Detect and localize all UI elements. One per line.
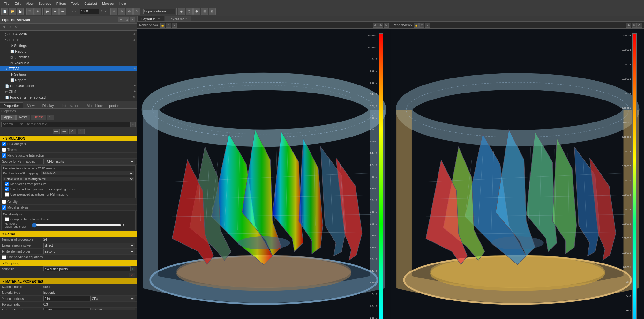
tree-item-quantities[interactable]: ◻ Quantities (0, 54, 137, 60)
tree-item-tcfd1[interactable]: ▷ TCFD1 👁 (0, 37, 137, 43)
map-forces-check[interactable] (5, 182, 9, 186)
section-solver[interactable]: ▼ Solver (0, 231, 137, 237)
nonlinear-check[interactable] (2, 255, 6, 259)
pipeline-min-btn[interactable]: − (118, 17, 124, 22)
fea-analysis-check[interactable] (2, 142, 6, 146)
nav-back-btn[interactable]: ⟵ (53, 129, 60, 134)
rv5-max-btn[interactable]: □ (419, 23, 424, 28)
section-simulation[interactable]: ▼ SIMULATION (0, 136, 137, 141)
rv4-tb3[interactable]: ⟳ (384, 23, 389, 28)
tree-item-gensurface[interactable]: ◻ GenerateSurfaceNormals1 👁 (0, 100, 137, 101)
render-tab-layout1[interactable]: Layout #1 × (137, 16, 164, 21)
menu-filters[interactable]: Filters (54, 1, 69, 6)
tree-item-report2[interactable]: 📊 Report (0, 77, 137, 83)
rv5-canvas[interactable]: X Y Z 2.6e-04 0.00025 0.00024 (391, 29, 644, 319)
tree-item-stl[interactable]: 📄 Francis-runner-solid.stl 👁 (0, 94, 137, 100)
tree-item-clip1[interactable]: ✂ Clip1 👁 (0, 89, 137, 94)
rotate-combo[interactable]: Rotate with TCFD rotating frame (3, 177, 134, 181)
tb-icon2[interactable]: ⊖ (118, 8, 125, 15)
linear-algebra-combo[interactable]: direct (43, 243, 135, 248)
density-input[interactable] (43, 308, 90, 310)
tab-properties[interactable]: Properties (0, 102, 23, 108)
script-input[interactable] (43, 266, 131, 271)
tb-open-btn[interactable]: 📂 (9, 8, 16, 15)
rv4-canvas[interactable]: X Y Z 6.5e+07 6.2e+07 6e+7 (137, 29, 391, 319)
rv4-max-btn[interactable]: □ (166, 23, 171, 28)
menu-tools[interactable]: Tools (69, 1, 82, 6)
menu-catalyst[interactable]: Catalyst (82, 1, 100, 6)
script-del-btn[interactable]: × (129, 273, 135, 277)
eigenfreq-slider[interactable] (32, 224, 121, 227)
density-unit[interactable]: kg/m^3 (90, 308, 135, 310)
section-material[interactable]: ▼ MATERIAL PROPERTIES (0, 278, 137, 284)
modal-check[interactable] (2, 205, 6, 210)
menu-file[interactable]: File (1, 1, 12, 6)
pt-settings-btn[interactable]: ⚙ (13, 24, 19, 30)
representation-input[interactable] (143, 9, 175, 14)
rv4-tb2[interactable]: ⊖ (378, 23, 383, 28)
compute-deformed-check[interactable] (5, 217, 9, 221)
rv4-tb1[interactable]: ⊕ (373, 23, 378, 28)
tab-information[interactable]: Information (58, 102, 83, 108)
gravity-check[interactable] (2, 200, 6, 204)
tree-item-settings2[interactable]: ⚙ Settings (0, 71, 137, 77)
tree-item-residuals[interactable]: ◻ Residuals (0, 60, 137, 66)
rv5-tb3[interactable]: ⟳ (637, 23, 642, 28)
search-input[interactable] (1, 122, 131, 127)
tb-disconnect-btn[interactable]: ⊗ (34, 8, 41, 15)
tab-view[interactable]: View (24, 102, 38, 108)
fsi-check[interactable] (2, 153, 6, 158)
menu-view[interactable]: View (23, 1, 36, 6)
youngs-input[interactable] (43, 296, 90, 301)
apply-btn[interactable]: ApplY (1, 115, 16, 120)
thermal-check[interactable] (2, 148, 6, 152)
menu-macros[interactable]: Macros (100, 1, 116, 6)
rv5-close-btn[interactable]: × (425, 23, 430, 28)
tb-more1[interactable]: ◈ (178, 8, 185, 15)
tb-more5[interactable]: ⊟ (209, 8, 216, 15)
pipeline-close-btn[interactable]: × (130, 17, 135, 22)
rv4-lock-btn[interactable]: 🔒 (160, 23, 165, 28)
tb-icon3[interactable]: ⊙ (126, 8, 133, 15)
reset-btn[interactable]: Reset (16, 115, 30, 120)
patch-combo[interactable]: 2-blades0 (41, 171, 134, 175)
layout2-close[interactable]: × (185, 17, 187, 20)
pt-eye-btn[interactable]: 👁 (1, 24, 7, 30)
menu-edit[interactable]: Edit (12, 1, 23, 6)
rv5-lock-btn[interactable]: 🔒 (414, 23, 419, 28)
tab-display[interactable]: Display (39, 102, 57, 108)
search-clear-btn[interactable]: × (131, 122, 136, 127)
rv4-close-btn[interactable]: × (172, 23, 177, 28)
menu-sources[interactable]: Sources (36, 1, 54, 6)
tab-multiblock[interactable]: Multi-block Inspector (83, 102, 123, 108)
delete-btn[interactable]: Delete (31, 115, 46, 120)
tb-rewind-btn[interactable]: ⏮ (59, 8, 66, 15)
tree-item-tfea-mesh[interactable]: ▷ TFEA Mesh 👁 (0, 31, 137, 37)
menu-help[interactable]: Help (116, 1, 129, 6)
time-input[interactable] (80, 9, 99, 14)
tb-connect-btn[interactable]: 🔌 (26, 8, 34, 15)
script-add-btn[interactable]: + (131, 267, 135, 271)
tb-icon1[interactable]: ⊕ (110, 8, 117, 15)
averaged-check[interactable] (5, 192, 9, 197)
source-fsi-combo[interactable]: TCFD results (43, 159, 135, 164)
nav-refresh-btn[interactable]: ⟳ (69, 129, 76, 134)
nav-fwd-btn[interactable]: ⟶ (61, 129, 68, 134)
section-scripting[interactable]: ▼ Scripting (0, 260, 137, 266)
tb-more4[interactable]: ⊞ (201, 8, 208, 15)
tb-play-btn[interactable]: ▶ (44, 8, 51, 15)
pipeline-max-btn[interactable]: □ (124, 17, 129, 22)
help-btn[interactable]: ? (47, 115, 54, 120)
rv5-tb1[interactable]: ⊕ (626, 23, 631, 28)
tb-more3[interactable]: ⬢ (193, 8, 200, 15)
tb-icon4[interactable]: ⟳ (133, 8, 140, 15)
layout1-close[interactable]: × (158, 17, 160, 20)
render-tab-layout2[interactable]: Layout #2 × (165, 16, 191, 21)
rv5-tb2[interactable]: ⊖ (632, 23, 637, 28)
tb-new-btn[interactable]: 📄 (1, 8, 8, 15)
tree-item-tfea1[interactable]: ▷ TFEA1 👁 (0, 66, 137, 71)
pt-delete-btn[interactable]: × (7, 24, 13, 30)
relative-pressure-check[interactable] (5, 187, 9, 191)
nav-end-btn[interactable]: ⤵ (78, 129, 85, 134)
tb-more2[interactable]: ⬡ (186, 8, 193, 15)
